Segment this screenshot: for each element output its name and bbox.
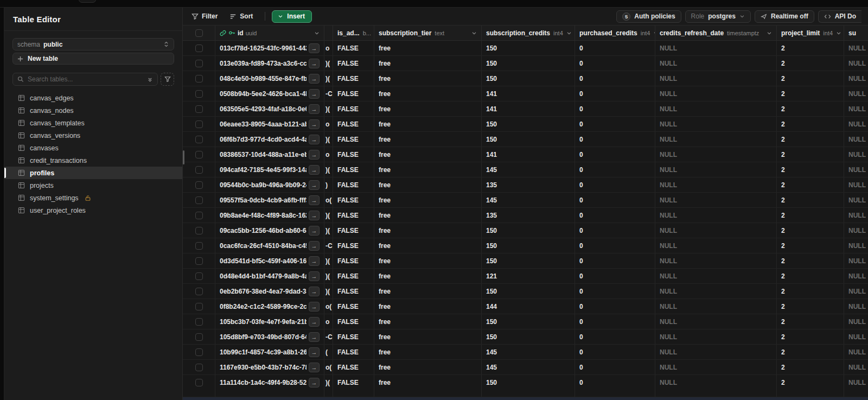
table-row[interactable]: 10b99c1f-4857-4c39-a8b1-263b8... → ( FAL…	[183, 345, 868, 360]
expand-row-button[interactable]: →	[309, 180, 320, 190]
expand-row-button[interactable]: →	[309, 195, 320, 205]
row-checkbox[interactable]	[195, 333, 203, 341]
table-row[interactable]: 0d48e4d4-b1bf-4479-9a8b-4a4b... → )( FAL…	[183, 269, 868, 284]
vertical-scrollbar-thumb[interactable]	[183, 150, 184, 164]
table-row[interactable]: 0cac6fca-26cf-4510-84ba-c4580... → -C FA…	[183, 238, 868, 253]
column-header-subscription-tier[interactable]: subscription_tier text	[374, 26, 482, 40]
filter-button[interactable]: Filter	[186, 10, 223, 23]
row-checkbox[interactable]	[195, 136, 203, 143]
sidebar-item-canvases[interactable]: canvases	[12, 142, 174, 154]
expand-row-button[interactable]: →	[309, 74, 320, 84]
row-checkbox[interactable]	[195, 348, 203, 356]
table-row[interactable]: 094caf42-7185-4e45-99f3-14abee... → )( F…	[183, 162, 868, 177]
sidebar-item-canvas_edges[interactable]: canvas_edges	[12, 92, 174, 104]
row-checkbox[interactable]	[195, 272, 203, 280]
sidebar-item-canvas_nodes[interactable]: canvas_nodes	[12, 104, 174, 117]
row-checkbox[interactable]	[195, 166, 203, 174]
table-row[interactable]: 063505e5-4293-4faf-a18c-0e65b... → )( FA…	[183, 101, 868, 117]
expand-row-button[interactable]: →	[309, 241, 320, 251]
search-tables-input[interactable]: Search tables...	[12, 73, 158, 86]
table-row[interactable]: 08386537-10d4-488a-a11e-eb5a6... → o FAL…	[183, 147, 868, 162]
row-checkbox[interactable]	[195, 45, 203, 52]
sidebar-item-profiles[interactable]: profiles	[4, 167, 182, 179]
expand-row-button[interactable]: →	[309, 43, 320, 53]
expand-row-button[interactable]: →	[309, 363, 320, 372]
sidebar-item-credit_transactions[interactable]: credit_transactions	[12, 154, 174, 167]
expand-row-button[interactable]: →	[309, 165, 320, 175]
table-row[interactable]: 09cac5bb-1256-46bd-ab60-64ed... → )( FAL…	[183, 223, 868, 238]
expand-row-button[interactable]: →	[309, 332, 320, 342]
chevron-down-icon[interactable]	[767, 30, 772, 36]
chevron-down-icon[interactable]	[566, 30, 572, 36]
row-checkbox[interactable]	[195, 288, 203, 295]
select-all-checkbox[interactable]	[195, 29, 203, 37]
table-row[interactable]: 0f8b24e2-c1c2-4589-99ce-2c52d... → o( FA…	[183, 299, 868, 314]
expand-row-button[interactable]: →	[309, 271, 320, 281]
schema-select[interactable]: schema public	[12, 38, 174, 50]
expand-row-button[interactable]: →	[309, 89, 320, 99]
table-row[interactable]: 06f6b7d3-977d-4cd0-acd4-4a78... → )( FAL…	[183, 132, 868, 147]
table-row[interactable]: 105bc3b7-03fe-4e7f-9efa-21bb40... → o FA…	[183, 314, 868, 329]
table-row[interactable]: 013e039a-fd89-473a-a3c6-ccfa9... → )( FA…	[183, 56, 868, 71]
expand-row-button[interactable]: →	[309, 119, 320, 129]
table-row[interactable]: 0d3d541d-bf5c-459f-a406-16b93... → )( FA…	[183, 253, 868, 269]
row-checkbox[interactable]	[195, 120, 203, 128]
column-header-is-admin[interactable]: is_ad... b...	[333, 26, 374, 40]
expand-row-button[interactable]: →	[309, 135, 320, 144]
chevron-down-icon[interactable]	[836, 30, 841, 36]
new-table-button[interactable]: New table	[12, 53, 174, 65]
table-row[interactable]: 09557f5a-0dcb-4cb9-a6fb-fff366... → o( F…	[183, 193, 868, 208]
expand-row-button[interactable]: →	[309, 226, 320, 236]
column-header-id[interactable]: id uuid	[215, 26, 324, 40]
table-row[interactable]: 105d8bf9-e703-49bd-807d-645e... → -C FAL…	[183, 329, 868, 345]
row-checkbox[interactable]	[195, 242, 203, 250]
column-header-project-limit[interactable]: project_limit int4	[777, 26, 844, 40]
role-select[interactable]: Role postgres	[685, 10, 751, 23]
expand-row-button[interactable]: →	[309, 104, 320, 114]
row-checkbox[interactable]	[195, 196, 203, 204]
sidebar-item-canvas_versions[interactable]: canvas_versions	[12, 129, 174, 142]
table-row[interactable]: 1167e930-e5b0-43b7-b74c-788c9... → o( FA…	[183, 360, 868, 375]
column-header-clipped[interactable]: su	[844, 26, 868, 40]
table-row[interactable]: 11a114cb-1a4c-49f4-9b28-52219ec... → )( …	[183, 375, 868, 390]
expand-row-button[interactable]: →	[309, 211, 320, 220]
column-header-credits-refresh-date[interactable]: credits_refresh_date timestamptz	[655, 26, 777, 40]
row-checkbox[interactable]	[195, 75, 203, 82]
expand-row-button[interactable]: →	[309, 378, 320, 388]
table-row[interactable]: 09b8ae4e-f48c-4f89-8a8c-1629b... → )( FA…	[183, 208, 868, 223]
sidebar-filter-button[interactable]	[161, 73, 174, 86]
row-checkbox[interactable]	[195, 257, 203, 265]
expand-row-button[interactable]: →	[309, 150, 320, 160]
row-checkbox[interactable]	[195, 105, 203, 113]
sidebar-item-user_project_roles[interactable]: user_project_roles	[12, 204, 174, 217]
table-row[interactable]: 09544b0c-ba9b-496a-9b09-244... → ) FALSE…	[183, 177, 868, 193]
row-checkbox[interactable]	[195, 90, 203, 98]
table-row[interactable]: 048c4e50-b989-455e-847e-fb2f... → )( FAL…	[183, 71, 868, 86]
expand-row-button[interactable]: →	[309, 347, 320, 357]
sidebar-item-canvas_templates[interactable]: canvas_templates	[12, 117, 174, 129]
row-checkbox[interactable]	[195, 364, 203, 371]
expand-row-button[interactable]: →	[309, 287, 320, 296]
table-row[interactable]: 06eaee33-8905-4aaa-b121-ab552... → o FAL…	[183, 117, 868, 132]
row-checkbox[interactable]	[195, 151, 203, 158]
table-row[interactable]: 0eb2b676-38ed-4ea7-9dad-38e6... → )( FAL…	[183, 284, 868, 299]
row-checkbox[interactable]	[195, 379, 203, 386]
sort-button[interactable]: Sort	[224, 10, 258, 23]
realtime-toggle-button[interactable]: Realtime off	[755, 10, 814, 23]
expand-row-button[interactable]: →	[309, 317, 320, 327]
expand-row-button[interactable]: →	[309, 59, 320, 68]
column-header-purchased-credits[interactable]: purchased_credits int4	[575, 26, 655, 40]
row-checkbox[interactable]	[195, 303, 203, 310]
row-checkbox[interactable]	[195, 227, 203, 234]
table-row[interactable]: 013cf78d-1625-43fc-9961-442189... → o FA…	[183, 41, 868, 56]
row-checkbox[interactable]	[195, 181, 203, 189]
expand-row-button[interactable]: →	[309, 256, 320, 266]
column-header-subscription-credits[interactable]: subscription_credits int4	[482, 26, 575, 40]
insert-button[interactable]: Insert	[272, 10, 312, 23]
row-checkbox[interactable]	[195, 318, 203, 326]
auth-policies-button[interactable]: 5 Auth policies	[616, 10, 681, 23]
chevron-down-icon[interactable]	[314, 30, 320, 36]
expand-row-button[interactable]: →	[309, 302, 320, 312]
row-checkbox[interactable]	[195, 212, 203, 219]
chevron-down-icon[interactable]	[471, 30, 477, 36]
